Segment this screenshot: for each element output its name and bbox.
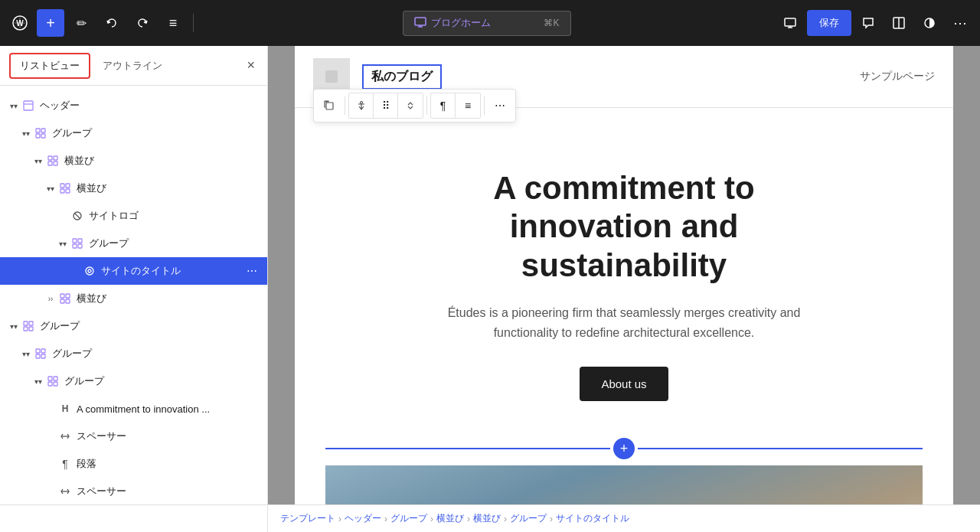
- tree-icon-sitelogo: [70, 209, 84, 223]
- svg-rect-18: [66, 184, 70, 188]
- add-block-here-button[interactable]: +: [613, 438, 635, 459]
- up-down-button[interactable]: [398, 93, 423, 118]
- svg-rect-12: [41, 134, 45, 138]
- tree-item-spacer1[interactable]: スペーサー⋯: [0, 423, 267, 450]
- site-title-block[interactable]: 私のブログ: [362, 64, 442, 90]
- tree-arrow-group2[interactable]: ▾: [55, 236, 70, 251]
- tree-label-group1: グループ: [52, 126, 243, 140]
- tree-item-group1[interactable]: ▾グループ⋯: [0, 119, 267, 147]
- tab-list-view[interactable]: リストビュー: [9, 53, 90, 79]
- drag-handle-button[interactable]: ⠿: [374, 93, 398, 118]
- tree-item-header[interactable]: ▾ヘッダー⋯: [0, 92, 267, 119]
- redo-button[interactable]: [129, 9, 156, 37]
- add-block-button[interactable]: +: [37, 9, 64, 37]
- svg-rect-7: [24, 101, 33, 110]
- svg-rect-31: [60, 299, 64, 303]
- tree-label-sitelogo: サイトロゴ: [89, 209, 243, 223]
- preview-button[interactable]: ブログホーム ⌘K: [403, 11, 571, 36]
- device-preview-button[interactable]: [776, 9, 804, 37]
- toolbar-right: 保存 ⋯: [776, 9, 974, 37]
- pencil-button[interactable]: ✏: [67, 9, 95, 37]
- toolbar-separator-1: [193, 14, 194, 32]
- more-options-button[interactable]: ⋯: [946, 9, 974, 37]
- hero-heading: A commitment to innovation and sustainab…: [433, 169, 815, 285]
- tree-arrow-row1[interactable]: ▾: [31, 153, 46, 168]
- svg-rect-34: [29, 321, 33, 325]
- canvas-area[interactable]: 私のブログ サンプルページ ⠿: [268, 46, 980, 532]
- toolbar-sep-2: [426, 96, 427, 115]
- tree-item-group3[interactable]: ▾グループ⋯: [0, 312, 267, 340]
- menu-button[interactable]: ≡: [159, 9, 187, 37]
- contrast-button[interactable]: [916, 9, 943, 37]
- paragraph-icon-button[interactable]: ¶: [431, 93, 456, 118]
- canvas-breadcrumb: テンプレート›ヘッダー›グループ›横並び›横並び›グループ›サイトのタイトル: [268, 504, 980, 532]
- tree-item-spacer2[interactable]: スペーサー⋯: [0, 478, 267, 504]
- tree-item-sitelogo[interactable]: サイトロゴ⋯: [0, 202, 267, 230]
- breadcrumb-item-5[interactable]: グループ: [510, 512, 547, 525]
- breadcrumb-item-3[interactable]: 横並び: [436, 512, 464, 525]
- tree-item-heading1[interactable]: HA commitment to innovation ...⋯: [0, 395, 267, 423]
- svg-point-52: [360, 102, 362, 104]
- tree-item-paragraph[interactable]: ¶段落⋯: [0, 450, 267, 478]
- tree-arrow-header[interactable]: ▾: [6, 98, 21, 113]
- svg-rect-39: [36, 354, 40, 358]
- breadcrumb-item-6[interactable]: サイトのタイトル: [556, 512, 629, 525]
- save-button[interactable]: 保存: [807, 10, 851, 36]
- tree-icon-paragraph: ¶: [58, 457, 72, 471]
- tree-icon-heading1: H: [58, 402, 72, 416]
- svg-text:W: W: [16, 19, 24, 28]
- tab-outline[interactable]: アウトライン: [93, 54, 172, 77]
- svg-rect-36: [29, 327, 33, 331]
- chat-button[interactable]: [854, 9, 882, 37]
- anchor-button[interactable]: [349, 93, 374, 118]
- tree-icon-group1: [34, 126, 47, 140]
- tree-label-paragraph: 段落: [77, 457, 243, 471]
- tree-item-group2[interactable]: ▾グループ⋯: [0, 230, 267, 257]
- svg-rect-32: [66, 299, 70, 303]
- wp-logo[interactable]: W: [6, 9, 34, 37]
- tree-item-sitetitle[interactable]: サイトのタイトル⋯: [0, 257, 267, 285]
- svg-rect-26: [78, 244, 82, 248]
- breadcrumb-item-2[interactable]: グループ: [390, 512, 427, 525]
- svg-rect-16: [54, 162, 57, 165]
- tree-item-row3[interactable]: ›横並び⋯: [0, 285, 267, 312]
- preview-shortcut: ⌘K: [544, 18, 559, 28]
- sidebar-tabs: リストビュー アウトライン ×: [0, 46, 267, 86]
- tree-icon-group3: [21, 319, 35, 333]
- tree-arrow-group4[interactable]: ▾: [18, 346, 34, 361]
- split-view-button[interactable]: [885, 9, 913, 37]
- breadcrumb-sep-4: ›: [504, 514, 507, 524]
- sidebar-close-button[interactable]: ×: [243, 54, 258, 77]
- tree-label-spacer1: スペーサー: [77, 429, 243, 443]
- block-copy-button[interactable]: [317, 93, 341, 118]
- svg-rect-42: [54, 377, 57, 380]
- tree-item-group5[interactable]: ▾グループ⋯: [0, 367, 267, 395]
- sidebar: リストビュー アウトライン × ▾ヘッダー⋯▾グループ⋯▾横並び⋯▾横並び⋯サイ…: [0, 46, 268, 532]
- breadcrumb-item-1[interactable]: ヘッダー: [345, 512, 381, 525]
- breadcrumb-item-4[interactable]: 横並び: [473, 512, 501, 525]
- tree-item-row2[interactable]: ▾横並び⋯: [0, 175, 267, 202]
- about-us-button[interactable]: About us: [580, 367, 668, 401]
- svg-rect-35: [24, 327, 28, 331]
- svg-rect-17: [60, 184, 64, 188]
- tree-icon-header: [21, 99, 35, 113]
- tree-item-row1[interactable]: ▾横並び⋯: [0, 147, 267, 175]
- align-button[interactable]: ≡: [456, 93, 480, 118]
- tree-arrow-row3[interactable]: ›: [43, 291, 58, 306]
- tree-arrow-group3[interactable]: ▾: [6, 318, 21, 334]
- breadcrumb-item-0[interactable]: テンプレート: [280, 512, 335, 525]
- tree-more-sitetitle[interactable]: ⋯: [243, 262, 261, 280]
- tree-arrow-group5[interactable]: ▾: [31, 374, 46, 389]
- block-more-button[interactable]: ⋯: [488, 93, 512, 118]
- tree-arrow-group1[interactable]: ▾: [18, 126, 34, 141]
- sample-page-link[interactable]: サンプルページ: [860, 70, 935, 83]
- undo-button[interactable]: [98, 9, 126, 37]
- svg-rect-2: [415, 18, 426, 25]
- tree-item-group4[interactable]: ▾グループ⋯: [0, 340, 267, 367]
- tree-arrow-row2[interactable]: ▾: [43, 181, 58, 196]
- preview-label: ブログホーム: [431, 16, 491, 30]
- tree-icon-spacer1: [58, 429, 72, 443]
- svg-point-28: [88, 269, 91, 273]
- breadcrumb-sep-5: ›: [550, 514, 553, 524]
- tree-icon-row3: [58, 292, 72, 305]
